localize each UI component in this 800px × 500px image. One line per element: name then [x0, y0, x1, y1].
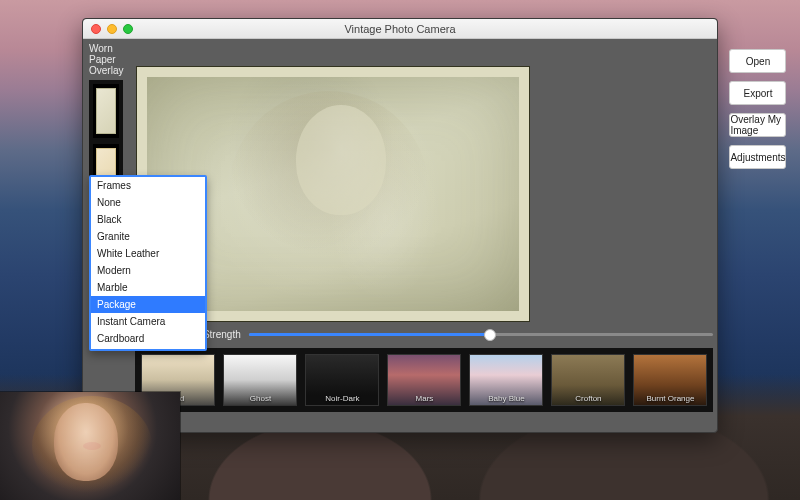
filter-label: Baby Blue [488, 394, 524, 403]
sidebar: Worn Paper Overlay FramesNoneBlackGranit… [83, 39, 129, 432]
filter-label: Crofton [575, 394, 601, 403]
fullscreen-icon[interactable] [123, 24, 133, 34]
frames-option[interactable]: Package [91, 296, 205, 313]
original-photo-thumbnail[interactable] [0, 392, 180, 500]
filter-thumb[interactable]: Baby Blue [469, 354, 543, 406]
frames-option[interactable]: Modern [91, 262, 205, 279]
adjustments-button[interactable]: Adjustments [729, 145, 786, 169]
frames-option[interactable]: None [91, 194, 205, 211]
open-button[interactable]: Open [729, 49, 786, 73]
filter-label: Mars [416, 394, 434, 403]
export-button[interactable]: Export [729, 81, 786, 105]
filter-label: Burnt Orange [646, 394, 694, 403]
filter-strip: 3rdGhostNoir-DarkMarsBaby BlueCroftonBur… [135, 348, 713, 412]
filter-label: Noir-Dark [325, 394, 359, 403]
preview-art [296, 105, 386, 215]
sidebar-section-label: Worn Paper Overlay [89, 43, 123, 76]
preview-art [32, 396, 152, 496]
preview-art [83, 442, 101, 450]
titlebar[interactable]: Vintage Photo Camera [83, 19, 717, 39]
frames-option[interactable]: Marble [91, 279, 205, 296]
frames-option[interactable]: Frames [91, 177, 205, 194]
app-window: Vintage Photo Camera Worn Paper Overlay … [82, 18, 718, 433]
traffic-lights [91, 24, 133, 34]
filter-thumb[interactable]: Burnt Orange [633, 354, 707, 406]
filter-label: Ghost [250, 394, 271, 403]
close-icon[interactable] [91, 24, 101, 34]
paper-strength-slider: Paper Strength [137, 329, 713, 340]
frames-option[interactable]: Instant Camera [91, 313, 205, 330]
center-pane: Paper Strength 3rdGhostNoir-DarkMarsBaby… [129, 39, 721, 432]
macos-desktop: Vintage Photo Camera Worn Paper Overlay … [0, 0, 800, 500]
frames-option[interactable]: White Leather [91, 245, 205, 262]
slider-fill [249, 333, 491, 336]
minimize-icon[interactable] [107, 24, 117, 34]
filter-thumb[interactable]: Ghost [223, 354, 297, 406]
overlay-thumb[interactable] [93, 84, 119, 138]
frames-option[interactable]: Paper Bag [91, 347, 205, 351]
frames-dropdown-list[interactable]: FramesNoneBlackGraniteWhite LeatherModer… [89, 175, 207, 351]
overlay-my-image-button[interactable]: Overlay My Image [729, 113, 786, 137]
slider-knob[interactable] [484, 329, 496, 341]
paper-texture-icon [96, 88, 116, 134]
filter-thumb[interactable]: Crofton [551, 354, 625, 406]
frames-option[interactable]: Granite [91, 228, 205, 245]
window-title: Vintage Photo Camera [83, 23, 717, 35]
right-panel: Open Export Overlay My Image Adjustments [721, 39, 794, 432]
filter-thumb[interactable]: Noir-Dark [305, 354, 379, 406]
frames-option[interactable]: Cardboard [91, 330, 205, 347]
slider-track[interactable] [249, 333, 714, 336]
filter-thumb[interactable]: Mars [387, 354, 461, 406]
frames-option[interactable]: Black [91, 211, 205, 228]
window-content: Worn Paper Overlay FramesNoneBlackGranit… [83, 39, 717, 432]
